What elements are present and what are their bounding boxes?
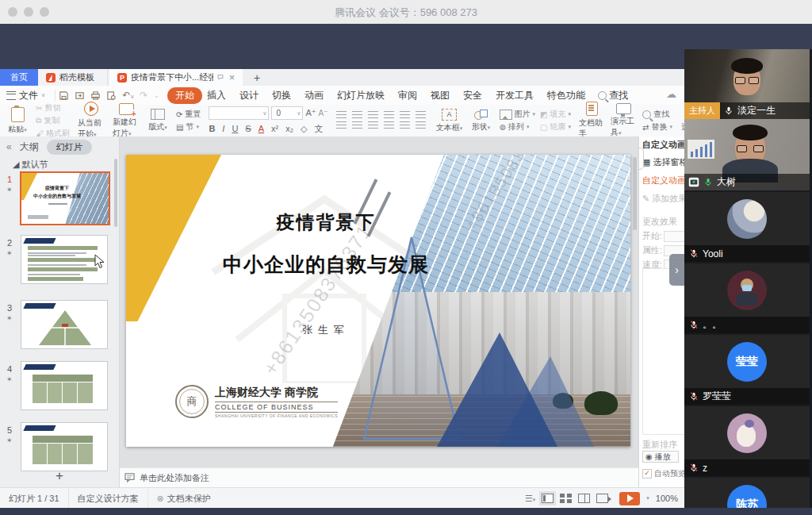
slide-canvas[interactable]: +8613508376371 +8613508376371 疫情背景下 中小企业… [126,155,630,447]
align-center-icon[interactable] [352,121,362,129]
highlight-button[interactable]: ◇ [301,124,307,134]
picture-button[interactable]: 图片▾ [500,109,536,120]
video-tile[interactable]: 陈苏 [684,478,810,508]
play-animation-button[interactable]: ◉ 播放 [642,451,679,463]
redo-icon[interactable]: ↷ [140,90,147,101]
menu-item-features[interactable]: 特色功能 [547,89,585,102]
textbox-button[interactable]: A 文本框▾ [436,109,463,133]
italic-button[interactable]: I [222,124,224,133]
decrease-indent-icon[interactable] [368,111,378,119]
sidebar-scrollbar[interactable] [114,159,117,227]
custom-animation-link[interactable]: 自定义动画 [639,168,684,186]
start-select[interactable] [664,231,684,242]
font-size-select[interactable]: 0∨ [271,106,303,120]
paste-button[interactable]: 粘贴▾ [4,107,31,135]
video-tile[interactable]: 莹莹 罗莹莹 [684,335,810,405]
video-tile-sharer[interactable]: 大树 [684,119,810,190]
editor-scrollbar[interactable] [633,157,637,230]
document-protection[interactable]: ⊗ 文档未保护 [148,488,220,508]
fill-button[interactable]: ◩ 填充▾ [540,109,571,120]
slide-title[interactable]: 疫情背景下 中小企业的自救与发展 [167,210,485,278]
shapes-button[interactable]: 形状▾ [468,110,495,133]
new-slide-button[interactable]: 新建幻灯片▾ [113,103,140,139]
animation-list[interactable] [642,268,684,435]
customize-toolbar-icon[interactable]: ⌄ [153,91,159,99]
numbering-icon[interactable] [352,111,362,119]
slide-thumbnail-4[interactable] [21,361,108,410]
print-icon[interactable] [90,90,101,101]
video-tile[interactable]: 。。 [684,263,810,333]
justify-icon[interactable] [384,121,394,129]
increase-indent-icon[interactable] [384,111,394,119]
menu-item-security[interactable]: 安全 [463,89,482,102]
save-icon[interactable] [59,90,69,101]
menu-item-transition[interactable]: 切换 [272,89,291,102]
cut-button[interactable]: ✂ 剪切 [36,102,70,113]
subscript-button[interactable]: x₂ [285,124,293,133]
slide-thumbnail-1[interactable]: 疫情背景下中小企业的自救与发展 [20,171,110,225]
line-spacing-icon[interactable] [400,111,410,119]
select-button[interactable]: ⬉ 选择 [677,109,684,133]
tab-docer-templates[interactable]: 稻壳模板 [38,69,108,86]
collapse-video-panel-button[interactable]: › [669,254,684,286]
play-from-current-button[interactable]: 从当前开始▾ [78,102,105,140]
slideshow-options-icon[interactable]: ▾ [646,495,649,502]
superscript-button[interactable]: x² [271,124,278,133]
slide-sorter-view-button[interactable] [560,494,572,503]
underline-button[interactable]: U [232,124,238,133]
decrease-font-icon[interactable]: A⁻ [319,109,328,117]
bold-button[interactable]: B [209,124,215,133]
section-row[interactable]: ◢ 默认节 [0,157,119,172]
copy-button[interactable]: ⧉ 复制 [36,115,70,126]
increase-font-icon[interactable]: A⁺ [305,108,316,118]
find-button[interactable]: 查找 [642,109,672,120]
reading-view-button[interactable] [578,494,590,503]
presenter-view-button[interactable] [596,494,608,503]
print-preview-icon[interactable] [106,90,117,101]
selection-pane-button[interactable]: ▦ 选择窗格 [639,151,684,168]
normal-view-button[interactable] [542,494,553,503]
add-effect-button[interactable]: ✎ 添加效果 [639,186,684,205]
video-tile[interactable]: Yooli [684,192,810,262]
arrange-button[interactable]: ⊜ 排列▾ [500,121,536,133]
notes-bar[interactable]: 单击此处添加备注 [120,467,638,487]
auto-preview-checkbox[interactable]: ✓ 自动预览 [642,468,684,479]
zoom-level[interactable]: 100% [656,494,678,503]
text-tool-button[interactable]: 文 [314,123,323,135]
output-icon[interactable] [75,90,85,101]
present-tools-button[interactable]: 演示工具▾ [611,103,638,138]
menu-item-slideshow[interactable]: 幻灯片放映 [337,89,385,102]
design-scheme[interactable]: 自定义设计方案 [69,488,148,508]
doc-assistant-button[interactable]: 文档助手 [579,102,606,140]
distribute-icon[interactable] [400,121,410,129]
menu-item-insert[interactable]: 插入 [207,89,226,102]
menu-find[interactable]: 查找 [598,89,628,102]
close-tab-icon[interactable]: × [229,72,235,83]
columns-icon[interactable] [416,111,426,119]
font-color-button[interactable]: A [259,124,264,133]
slideshow-play-button[interactable] [619,492,640,505]
text-direction-icon[interactable] [416,121,426,129]
tab-slides[interactable]: 幻灯片 [47,140,92,155]
align-left-icon[interactable] [336,121,347,129]
tab-outline[interactable]: 大纲 [20,140,39,154]
align-right-icon[interactable] [368,121,378,129]
video-tile[interactable]: z [684,406,810,476]
menu-item-animation[interactable]: 动画 [304,89,324,102]
slide-thumbnail-5[interactable] [21,422,108,471]
comment-icon[interactable] [217,73,224,82]
collapse-sidebar-button[interactable]: « [6,141,12,152]
menu-item-design[interactable]: 设计 [239,89,259,102]
panel-splitter-handle[interactable] [638,148,644,170]
new-tab-button[interactable]: + [249,69,265,86]
menu-item-devtools[interactable]: 开发工具 [496,89,534,102]
video-tile-host[interactable]: 主持人 淡定一生 [684,49,810,119]
menu-item-review[interactable]: 审阅 [398,89,417,102]
section-button[interactable]: ▤ 节▾ [176,121,201,133]
tab-home[interactable]: 首页 [0,69,38,86]
tab-document[interactable]: P 疫情背景下中小...经张生军(1) × [109,69,243,86]
outline-button[interactable]: ▢ 轮廓▾ [540,121,571,133]
slide-author[interactable]: 张生军 [167,323,485,337]
undo-icon[interactable]: ↶∨ [122,90,134,101]
font-name-select[interactable]: ∨ [209,106,269,120]
